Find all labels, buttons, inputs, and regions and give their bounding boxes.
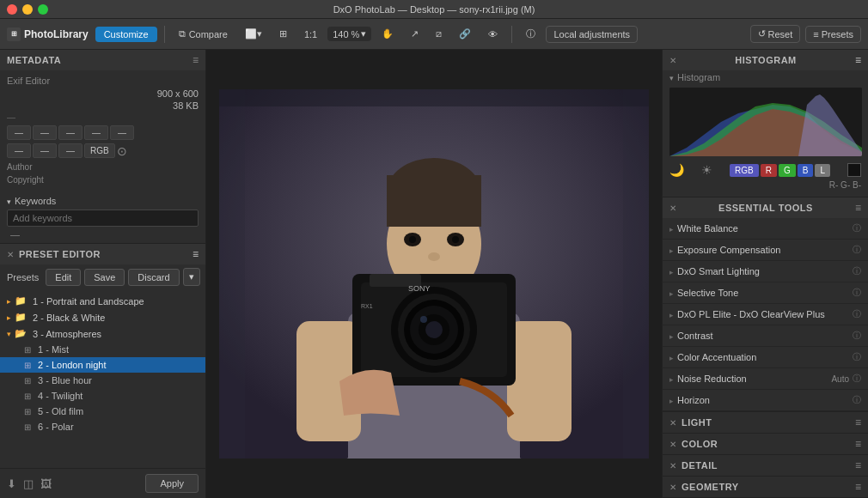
preset-category-2[interactable]: 📁 2 - Black & White (0, 309, 205, 325)
edit-preset-button[interactable]: Edit (46, 269, 81, 286)
histogram-menu-icon[interactable] (855, 54, 861, 66)
panel-color-menu[interactable] (855, 438, 861, 450)
tool-label-1: Exposure Compensation (677, 245, 849, 255)
moon-icon[interactable]: 🌙 (669, 163, 684, 177)
tool-color-accentuation[interactable]: Color Accentuation ⓘ (663, 347, 868, 368)
maximize-button[interactable] (38, 4, 48, 15)
tool-smart-lighting[interactable]: DxO Smart Lighting ⓘ (663, 261, 868, 282)
hand-tool[interactable]: ✋ (375, 26, 400, 42)
presets-button[interactable]: ≡ Presets (805, 26, 861, 43)
histogram-toggle-label: Histogram (677, 72, 720, 82)
preset-item-3-2[interactable]: ⊞ 2 - London night (0, 357, 205, 373)
panel-light-menu[interactable] (855, 416, 861, 428)
import-icon[interactable]: ⬇ (7, 477, 16, 490)
panel-detail-close[interactable] (669, 459, 676, 471)
info-button[interactable]: ⓘ (519, 25, 542, 43)
preset-item-3-6[interactable]: ⊞ 6 - Polar (0, 419, 205, 434)
metadata-menu-icon[interactable] (193, 54, 199, 66)
exif-focal: — (84, 125, 108, 140)
save-preset-button[interactable]: Save (84, 269, 125, 286)
fit-button[interactable]: ⊞ (272, 26, 294, 42)
filesize-row: 38 KB (7, 100, 199, 111)
keywords-title: Keywords (15, 196, 56, 206)
g-channel-button[interactable]: G (779, 164, 796, 177)
panel-light-close[interactable] (669, 416, 676, 428)
metadata-title: METADATA (7, 55, 61, 65)
histogram-svg (669, 88, 862, 156)
arrow-tool[interactable]: ↗ (404, 26, 425, 42)
apply-button[interactable]: Apply (145, 474, 199, 493)
image-area: SONY RX1 (206, 50, 662, 498)
add-preset-button[interactable]: ▾ (183, 268, 200, 286)
tool-horizon[interactable]: Horizon ⓘ (663, 390, 868, 411)
tool-contrast[interactable]: Contrast ⓘ (663, 325, 868, 347)
essential-tools-menu-icon[interactable] (855, 202, 861, 214)
preset-category-1[interactable]: 📁 1 - Portrait and Landscape (0, 293, 205, 309)
minimize-button[interactable] (22, 4, 33, 15)
panel-color[interactable]: COLOR (663, 434, 868, 455)
r-channel-button[interactable]: R (761, 164, 777, 177)
link-tool[interactable]: 🔗 (452, 26, 478, 42)
tool-white-balance[interactable]: White Balance ⓘ (663, 218, 868, 240)
tool-arrow-7 (669, 374, 674, 384)
tool-selective-tone[interactable]: Selective Tone ⓘ (663, 282, 868, 304)
preset-item-3-3[interactable]: ⊞ 3 - Blue hour (0, 373, 205, 388)
rgb-channel-button[interactable]: RGB (730, 164, 759, 177)
close-button[interactable] (7, 4, 17, 15)
l-channel-button[interactable]: L (815, 164, 830, 177)
tool-noise-reduction[interactable]: Noise Reduction Auto ⓘ (663, 368, 868, 390)
tool-arrow-1 (669, 246, 674, 255)
1to1-button[interactable]: 1:1 (297, 27, 324, 42)
sun-icon[interactable]: ☀ (701, 163, 712, 177)
customize-button[interactable]: Customize (95, 27, 157, 42)
black-point-button[interactable] (847, 163, 861, 177)
portrait-icon: ⊙ (117, 144, 127, 158)
preset-item-3-5[interactable]: ⊞ 5 - Old film (0, 404, 205, 419)
eye-tool[interactable]: 👁 (481, 27, 504, 42)
tool-label-3: Selective Tone (677, 288, 849, 298)
panel-detail[interactable]: DETAIL (663, 455, 868, 477)
tool-arrow-3 (669, 288, 674, 298)
preset-label-3-6: 6 - Polar (38, 422, 74, 432)
zoom-control[interactable]: 140 % ▾ (327, 27, 371, 41)
panel-geometry-left: GEOMETRY (669, 481, 739, 493)
b-channel-button[interactable]: B (798, 164, 814, 177)
preset-item-3-4[interactable]: ⊞ 4 - Twilight (0, 388, 205, 404)
keywords-header[interactable]: Keywords (7, 196, 199, 206)
aspect-ratio-button[interactable]: ⬜▾ (238, 26, 269, 42)
compare-icon[interactable]: ◫ (23, 477, 34, 490)
compare-button[interactable]: ⧉ Compare (172, 26, 235, 42)
metadata-header[interactable]: METADATA (0, 50, 205, 70)
local-adjustments-button[interactable]: Local adjustments (546, 26, 638, 43)
crop-tool[interactable]: ⧄ (429, 26, 449, 42)
tool-badge-7: Auto (831, 374, 849, 384)
remove-keyword-button[interactable]: — (7, 228, 23, 241)
preset-icon-3-6: ⊞ (24, 422, 31, 432)
panel-geometry[interactable]: GEOMETRY (663, 477, 868, 498)
svg-rect-14 (507, 321, 572, 441)
panel-geometry-menu[interactable] (855, 481, 861, 493)
svg-rect-27 (219, 89, 245, 459)
panel-geometry-close[interactable] (669, 481, 676, 493)
preset-editor-menu-icon[interactable] (193, 248, 199, 260)
preset-category-3[interactable]: 📂 3 - Atmospheres (0, 325, 205, 342)
discard-preset-button[interactable]: Discard (128, 269, 179, 286)
tool-label-8: Horizon (677, 395, 849, 405)
tool-clearview[interactable]: DxO PL Elite - DxO ClearView Plus ⓘ (663, 304, 868, 325)
panel-detail-menu[interactable] (855, 459, 861, 471)
reset-button[interactable]: ↺ Reset (750, 25, 801, 43)
keywords-input[interactable] (7, 210, 199, 227)
preview-icon[interactable]: 🖼 (40, 477, 52, 490)
panel-light[interactable]: LIGHT (663, 412, 868, 434)
preset-item-3-1[interactable]: ⊞ 1 - Mist (0, 342, 205, 357)
presets-label: Presets (822, 29, 853, 39)
zoom-dropdown-icon: ▾ (361, 28, 366, 39)
panel-color-close[interactable] (669, 438, 676, 450)
exif-editor-label: Exif Editor (7, 76, 199, 86)
essential-tools-close[interactable] (669, 202, 676, 214)
histogram-close-button[interactable] (669, 54, 676, 66)
histogram-toggle[interactable]: Histogram (663, 70, 868, 84)
preset-editor-close[interactable] (7, 248, 14, 260)
grid-icon: ⊞ (7, 27, 21, 41)
tool-exposure[interactable]: Exposure Compensation ⓘ (663, 240, 868, 261)
